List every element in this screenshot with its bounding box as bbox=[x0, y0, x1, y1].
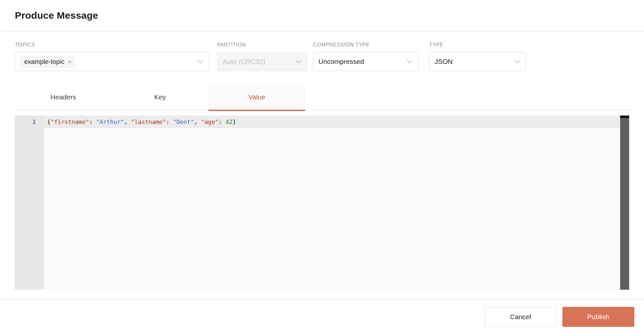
topics-field-group: TOPICS example-topic ✕ bbox=[15, 42, 209, 71]
scrollbar-thumb[interactable] bbox=[620, 116, 629, 118]
code-token-punct: } bbox=[232, 118, 236, 125]
type-field-group: TYPE JSON bbox=[429, 42, 526, 71]
type-value: JSON bbox=[435, 58, 510, 66]
code-token-key: "lastname" bbox=[131, 118, 166, 125]
code-token-key: "age" bbox=[201, 118, 218, 125]
publish-button[interactable]: Publish bbox=[562, 307, 634, 327]
topics-value: example-topic ✕ bbox=[20, 56, 193, 68]
chevron-down-icon bbox=[407, 60, 413, 64]
code-token-string: "Arthur" bbox=[96, 118, 124, 125]
close-icon[interactable]: ✕ bbox=[68, 59, 72, 64]
code-line: {"firstname": "Arthur", "lastname": "Den… bbox=[47, 116, 236, 128]
page-title: Produce Message bbox=[15, 0, 98, 31]
partition-label: PARTITION bbox=[217, 42, 307, 48]
chevron-down-icon bbox=[295, 60, 302, 64]
tab-key[interactable]: Key bbox=[112, 84, 208, 110]
code-token-string: "Dent" bbox=[173, 118, 194, 125]
line-number: 1 bbox=[15, 116, 44, 128]
editor-gutter: 1 bbox=[15, 116, 44, 290]
topics-label: TOPICS bbox=[15, 42, 209, 48]
code-token-number: 42 bbox=[226, 118, 233, 125]
type-label: TYPE bbox=[429, 42, 526, 48]
compression-type-label: COMPRESSION TYPE bbox=[313, 42, 418, 48]
code-token-punct: : bbox=[89, 118, 96, 125]
topics-select[interactable]: example-topic ✕ bbox=[15, 52, 209, 71]
dialog-header: Produce Message bbox=[0, 0, 644, 32]
partition-value: Auto (CRC32) bbox=[223, 58, 291, 66]
cancel-button[interactable]: Cancel bbox=[485, 307, 557, 327]
topic-tag: example-topic ✕ bbox=[20, 56, 75, 68]
topic-tag-label: example-topic bbox=[24, 58, 65, 66]
produce-message-dialog: Produce Message TOPICS example-topic ✕ P… bbox=[0, 0, 644, 333]
partition-field-group: PARTITION Auto (CRC32) bbox=[217, 42, 307, 71]
code-token-punct: : bbox=[218, 118, 226, 125]
footer-divider bbox=[0, 299, 644, 299]
code-token-punct: , bbox=[194, 118, 201, 125]
compression-type-select[interactable]: Uncompressed bbox=[313, 52, 418, 71]
partition-select[interactable]: Auto (CRC32) bbox=[217, 52, 307, 71]
tab-headers[interactable]: Headers bbox=[15, 84, 112, 110]
type-select[interactable]: JSON bbox=[429, 52, 526, 71]
compression-field-group: COMPRESSION TYPE Uncompressed bbox=[313, 42, 418, 71]
value-code-editor[interactable]: 1 {"firstname": "Arthur", "lastname": "D… bbox=[15, 116, 632, 290]
code-token-punct: { bbox=[47, 118, 51, 125]
chevron-down-icon bbox=[197, 60, 204, 64]
chevron-down-icon bbox=[514, 60, 520, 64]
message-tabs: Headers Key Value bbox=[15, 84, 305, 110]
compression-type-value: Uncompressed bbox=[318, 58, 403, 66]
code-token-key: "firstname" bbox=[51, 118, 89, 125]
editor-scrollbar[interactable] bbox=[620, 116, 629, 290]
code-token-punct: , bbox=[124, 118, 131, 125]
tab-value[interactable]: Value bbox=[208, 84, 305, 110]
code-token-punct: : bbox=[166, 118, 173, 125]
